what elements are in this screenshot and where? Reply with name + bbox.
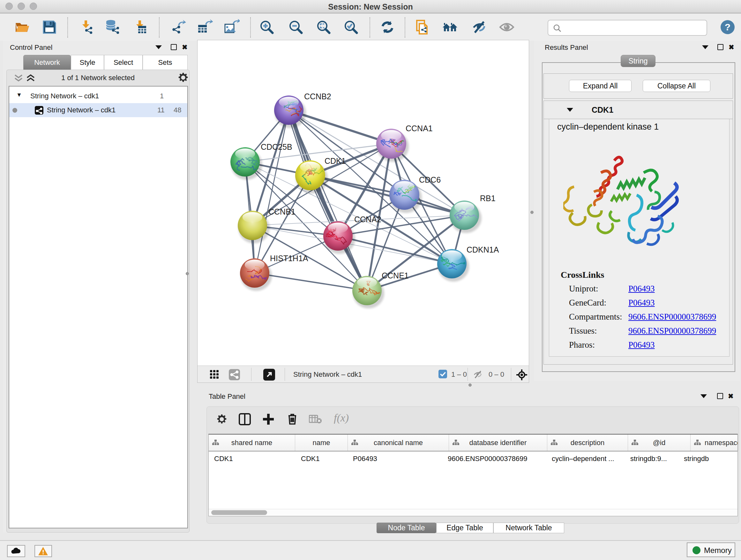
svg-text:CDC6: CDC6	[419, 175, 441, 184]
svg-text:CCNA2: CCNA2	[354, 215, 381, 224]
svg-text:CDKN1A: CDKN1A	[467, 245, 499, 254]
svg-text:RB1: RB1	[480, 194, 495, 203]
svg-text:CCNB1: CCNB1	[268, 207, 295, 216]
svg-text:HIST1H1A: HIST1H1A	[270, 254, 308, 263]
svg-text:CCNA1: CCNA1	[406, 124, 433, 133]
svg-text:?: ?	[725, 22, 731, 32]
svg-text:CCNB2: CCNB2	[304, 92, 331, 101]
svg-text:CDK1: CDK1	[325, 157, 346, 165]
svg-text:CCNE1: CCNE1	[382, 271, 409, 280]
svg-text:CDC25B: CDC25B	[261, 142, 292, 151]
